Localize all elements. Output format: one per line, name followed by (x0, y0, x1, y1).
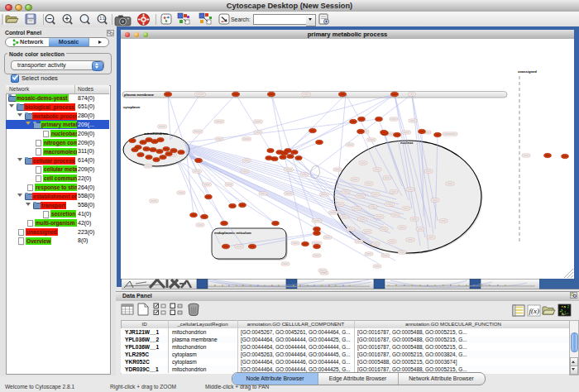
svg-text:endoplasmic reticulum: endoplasmic reticulum (214, 231, 251, 235)
svg-text:cytoplasm: cytoplasm (123, 105, 141, 109)
svg-text:f(x): f(x) (529, 307, 540, 315)
svg-text:mitochondrion: mitochondrion (144, 131, 168, 136)
svg-text:plasma membrane: plasma membrane (124, 93, 155, 97)
svg-text:unassigned: unassigned (518, 69, 537, 74)
